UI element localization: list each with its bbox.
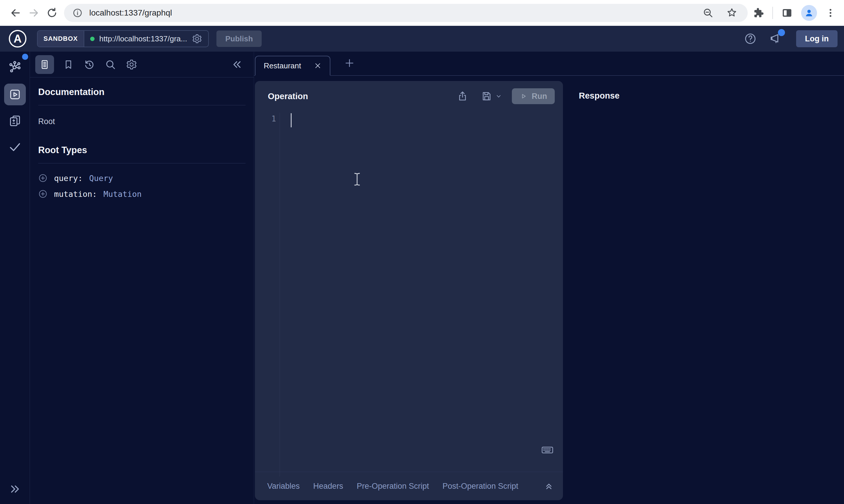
extensions-icon[interactable] (752, 7, 764, 19)
changelog-diff-icon[interactable] (8, 114, 22, 128)
omnibox-actions (703, 7, 739, 19)
bookmark-star-icon[interactable] (726, 7, 738, 19)
bookmarks-icon[interactable] (63, 59, 74, 70)
save-operation-button[interactable] (481, 90, 502, 102)
response-title: Response (579, 91, 620, 101)
keyboard-shortcuts-icon[interactable] (541, 443, 554, 457)
docs-toolbar (30, 52, 254, 77)
post-operation-script-link[interactable]: Post-Operation Script (443, 482, 518, 491)
share-operation-icon[interactable] (457, 90, 468, 102)
new-tab-plus-icon[interactable] (344, 57, 355, 69)
operation-footer: Variables Headers Pre-Operation Script P… (255, 472, 563, 500)
apollo-sandbox-app: localhost:1337/graphql A SANDBOX http://… (0, 0, 844, 504)
gutter-divider (279, 113, 280, 476)
save-icon (481, 90, 493, 102)
site-info-icon[interactable] (72, 7, 83, 18)
checks-icon[interactable] (8, 140, 22, 154)
operation-header: Operation Run (255, 81, 563, 111)
url-text[interactable]: localhost:1337/graphql (89, 8, 172, 18)
help-icon[interactable] (744, 32, 757, 45)
operation-panel: Operation Run 1 Variables Header (255, 81, 563, 500)
divider (38, 105, 245, 105)
history-icon[interactable] (83, 59, 95, 70)
field-type-link[interactable]: Mutation (103, 190, 141, 199)
forward-arrow-icon (28, 7, 40, 19)
refresh-icon (46, 7, 58, 19)
login-button[interactable]: Log in (796, 30, 838, 47)
circle-plus-icon[interactable] (38, 174, 48, 183)
tab-restaurant[interactable]: Restaurant (255, 56, 330, 76)
field-type-link[interactable]: Query (89, 174, 113, 183)
person-icon (804, 7, 814, 18)
expand-footer-icon[interactable] (544, 481, 554, 491)
line-number: 1 (255, 114, 276, 123)
text-cursor-pointer (354, 173, 361, 186)
browser-actions (752, 5, 838, 21)
field-name: query: (54, 174, 83, 183)
zoom-out-icon[interactable] (703, 7, 713, 18)
documentation-panel: Documentation Root Root Types query: Que… (30, 52, 254, 504)
browser-toolbar: localhost:1337/graphql (0, 0, 844, 26)
endpoint-input[interactable]: http://localhost:1337/gra... (84, 31, 208, 47)
left-rail (0, 52, 30, 504)
browser-refresh-button[interactable] (43, 4, 61, 22)
docs-title: Documentation (38, 87, 245, 97)
browser-back-button[interactable] (6, 4, 25, 22)
apollo-logo-letter: A (14, 33, 21, 45)
headers-link[interactable]: Headers (313, 482, 343, 491)
field-name: mutation: (54, 190, 97, 199)
divider (38, 163, 245, 163)
search-icon[interactable] (105, 59, 116, 70)
document-list-icon (39, 59, 50, 70)
root-type-mutation-row[interactable]: mutation: Mutation (38, 189, 245, 199)
endpoint-group: SANDBOX http://localhost:1337/gra... (37, 30, 209, 47)
rail-notification-dot (22, 54, 28, 60)
address-bar[interactable]: localhost:1337/graphql (64, 4, 748, 22)
play-icon (519, 92, 528, 100)
tab-label: Restaurant (264, 61, 301, 70)
run-label: Run (532, 92, 547, 101)
toolbar-divider (772, 7, 773, 19)
docs-body: Documentation Root Root Types query: Que… (30, 77, 254, 199)
close-tab-icon[interactable] (314, 62, 322, 70)
announcements-button[interactable] (769, 32, 782, 46)
root-type-query-row[interactable]: query: Query (38, 174, 245, 183)
pre-operation-script-link[interactable]: Pre-Operation Script (357, 482, 429, 491)
endpoint-url[interactable]: http://localhost:1337/gra... (99, 34, 187, 43)
settings-gear-icon[interactable] (126, 59, 137, 70)
endpoint-settings-gear-icon[interactable] (192, 33, 202, 44)
sandbox-badge: SANDBOX (38, 31, 84, 47)
operation-editor[interactable]: 1 (255, 111, 563, 135)
operation-title: Operation (268, 92, 308, 101)
docs-root-link[interactable]: Root (38, 117, 245, 126)
editor-caret (291, 113, 292, 127)
rail-item-explorer[interactable] (4, 84, 26, 105)
variables-link[interactable]: Variables (267, 482, 300, 491)
chevron-down-icon[interactable] (495, 93, 502, 100)
operation-tab-bar: Restaurant (254, 52, 844, 76)
workspace: Restaurant Operation Run 1 (254, 52, 844, 504)
tab-documentation[interactable] (35, 55, 54, 74)
browser-forward-button[interactable] (25, 4, 43, 22)
browser-menu-icon[interactable] (825, 7, 836, 18)
connection-status-dot (90, 37, 94, 41)
graph-schema-icon[interactable] (8, 60, 22, 74)
side-panel-icon[interactable] (781, 7, 793, 19)
back-arrow-icon (10, 7, 21, 19)
notification-dot (778, 29, 785, 36)
collapse-panel-icon[interactable] (231, 58, 243, 71)
circle-plus-icon[interactable] (38, 189, 48, 199)
browser-profile-avatar[interactable] (801, 5, 817, 21)
apollo-header: A SANDBOX http://localhost:1337/gra... P… (0, 26, 844, 52)
run-button[interactable]: Run (512, 88, 555, 104)
apollo-logo[interactable]: A (9, 30, 27, 48)
root-types-title: Root Types (38, 145, 245, 156)
explorer-play-icon (8, 88, 21, 101)
publish-button[interactable]: Publish (217, 31, 262, 47)
expand-rail-icon[interactable] (8, 482, 22, 496)
